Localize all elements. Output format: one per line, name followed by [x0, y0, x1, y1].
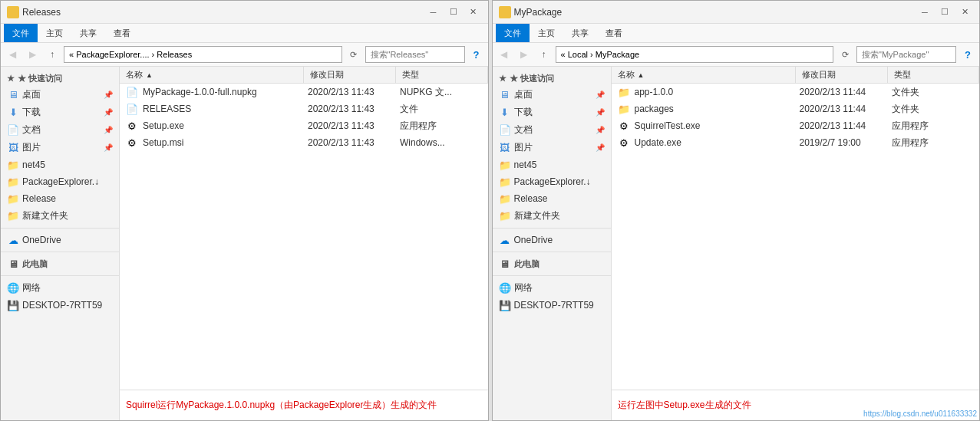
left-file-item-releases[interactable]: 📄 RELEASES 2020/2/13 11:43 文件 [120, 100, 488, 117]
left-sidebar-desktop-label: 桌面 [22, 88, 41, 101]
right-sidebar-pkgexplorer[interactable]: 📁 PackageExplorer.↓ [493, 173, 611, 190]
right-up-button[interactable]: ↑ [536, 46, 553, 63]
right-sidebar-network-label: 网络 [514, 281, 533, 294]
left-forward-button[interactable]: ▶ [24, 46, 41, 63]
left-nupkg-name: MyPackage-1.0.0-full.nupkg [143, 87, 308, 97]
left-sidebar-pkgexplorer[interactable]: 📁 PackageExplorer.↓ [1, 173, 119, 190]
right-tab-share[interactable]: 共享 [563, 24, 597, 42]
right-col-date-header[interactable]: 修改日期 [796, 67, 888, 83]
left-minimize-button[interactable]: ─ [425, 5, 442, 19]
left-download-pin-icon: 📌 [104, 108, 113, 117]
left-file-item-setup-msi[interactable]: ⚙ Setup.msi 2020/2/13 11:43 Windows... [120, 134, 488, 151]
left-sidebar-newfolder-label: 新建文件夹 [22, 209, 68, 222]
left-desktop-icon: 🖥 [7, 89, 19, 101]
left-network-icon: 🌐 [7, 282, 19, 294]
right-sidebar-pkgexplorer-label: PackageExplorer.↓ [514, 176, 591, 187]
left-sidebar-pics[interactable]: 🖼 图片 📌 [1, 139, 119, 156]
right-sidebar-network[interactable]: 🌐 网络 [493, 279, 611, 297]
left-sidebar-docs[interactable]: 📄 文档 📌 [1, 121, 119, 139]
right-search-input[interactable] [856, 46, 956, 63]
left-col-type-header[interactable]: 类型 [396, 67, 488, 83]
right-sidebar-net45-label: net45 [514, 160, 537, 170]
right-tab-view[interactable]: 查看 [597, 24, 631, 42]
left-tab-view[interactable]: 查看 [105, 24, 139, 42]
right-squirrel-name: SquirrelTest.exe [635, 120, 800, 131]
left-col-date-header[interactable]: 修改日期 [304, 67, 396, 83]
left-sidebar-release[interactable]: 📁 Release [1, 190, 119, 207]
right-sidebar-pics[interactable]: 🖼 图片 📌 [493, 139, 611, 156]
left-onedrive-icon: ☁ [7, 234, 19, 246]
left-sidebar-newfolder[interactable]: 📁 新建文件夹 [1, 207, 119, 225]
left-sidebar-desktop-drive[interactable]: 💾 DESKTOP-7RTT59 [1, 297, 119, 314]
left-file-item-setup-exe[interactable]: ⚙ Setup.exe 2020/2/13 11:43 应用程序 [120, 117, 488, 134]
right-minimize-button[interactable]: ─ [916, 5, 933, 19]
left-sidebar-net45[interactable]: 📁 net45 [1, 156, 119, 173]
right-forward-button[interactable]: ▶ [516, 46, 533, 63]
right-divider2 [493, 252, 611, 252]
right-file-list: 📁 app-1.0.0 2020/2/13 11:44 文件夹 📁 packag… [612, 84, 980, 390]
right-refresh-button[interactable]: ⟳ [836, 46, 853, 63]
left-up-button[interactable]: ↑ [44, 46, 61, 63]
left-setup-exe-icon: ⚙ [126, 120, 138, 132]
right-sidebar-newfolder[interactable]: 📁 新建文件夹 [493, 207, 611, 225]
right-sidebar-thispc[interactable]: 🖥 此电脑 [493, 255, 611, 272]
right-file-item-app100[interactable]: 📁 app-1.0.0 2020/2/13 11:44 文件夹 [612, 84, 980, 100]
right-sidebar-onedrive-label: OneDrive [514, 235, 553, 245]
left-sidebar: ★ ★ 快速访问 🖥 桌面 📌 ⬇ 下载 📌 📄 文档 📌 🖼 图片 [1, 67, 120, 420]
right-file-item-update[interactable]: ⚙ Update.exe 2019/2/7 19:00 应用程序 [612, 134, 980, 151]
left-divider3 [1, 275, 119, 276]
right-close-button[interactable]: ✕ [956, 5, 973, 19]
left-back-button[interactable]: ◀ [4, 46, 21, 63]
left-tab-file[interactable]: 文件 [4, 24, 38, 42]
right-sidebar-docs[interactable]: 📄 文档 📌 [493, 121, 611, 139]
right-maximize-button[interactable]: ☐ [936, 5, 953, 19]
left-ribbon: 文件 主页 共享 查看 ◀ ▶ ↑ ⟳ ? [1, 24, 488, 67]
right-sidebar-release[interactable]: 📁 Release [493, 190, 611, 207]
right-back-button[interactable]: ◀ [496, 46, 513, 63]
left-file-item-nupkg[interactable]: 📄 MyPackage-1.0.0-full.nupkg 2020/2/13 1… [120, 84, 488, 100]
left-refresh-button[interactable]: ⟳ [345, 46, 362, 63]
right-tab-home[interactable]: 主页 [530, 24, 563, 42]
left-content-area: ★ ★ 快速访问 🖥 桌面 📌 ⬇ 下载 📌 📄 文档 📌 🖼 图片 [1, 67, 488, 420]
left-tab-home[interactable]: 主页 [38, 24, 71, 42]
left-col-name-header[interactable]: 名称 ▲ [120, 67, 304, 83]
left-search-input[interactable] [365, 46, 465, 63]
left-pkgexplorer-icon: 📁 [7, 176, 19, 188]
left-sidebar-onedrive[interactable]: ☁ OneDrive [1, 232, 119, 248]
right-address-input[interactable] [556, 46, 834, 63]
left-close-button[interactable]: ✕ [465, 5, 482, 19]
left-tab-share[interactable]: 共享 [71, 24, 105, 42]
left-sidebar-drive-label: DESKTOP-7RTT59 [22, 300, 102, 311]
right-download-icon: ⬇ [499, 107, 511, 119]
left-releases-date: 2020/2/13 11:43 [308, 104, 400, 114]
left-help-button[interactable]: ? [468, 46, 485, 63]
right-sidebar-net45[interactable]: 📁 net45 [493, 156, 611, 173]
left-releases-icon: 📄 [126, 103, 138, 115]
right-sidebar-desktop[interactable]: 🖥 桌面 📌 [493, 86, 611, 104]
right-app100-name: app-1.0.0 [635, 87, 800, 97]
left-maximize-button[interactable]: ☐ [445, 5, 462, 19]
right-docs-pin-icon: 📌 [596, 126, 605, 134]
right-col-name-header[interactable]: 名称 ▲ [612, 67, 796, 83]
right-col-type-header[interactable]: 类型 [888, 67, 980, 83]
left-sidebar-thispc[interactable]: 🖥 此电脑 [1, 255, 119, 272]
right-file-item-packages[interactable]: 📁 packages 2020/2/13 11:44 文件夹 [612, 100, 980, 117]
right-sidebar-desktop-drive[interactable]: 💾 DESKTOP-7RTT59 [493, 297, 611, 314]
right-sidebar-drive-label: DESKTOP-7RTT59 [514, 300, 594, 311]
left-setup-msi-date: 2020/2/13 11:43 [308, 137, 400, 148]
left-releases-name: RELEASES [143, 104, 308, 114]
right-sidebar-onedrive[interactable]: ☁ OneDrive [493, 232, 611, 248]
left-address-input[interactable] [64, 46, 342, 63]
left-quick-access-header[interactable]: ★ ★ 快速访问 [1, 70, 119, 86]
left-setup-msi-icon: ⚙ [126, 136, 138, 149]
right-help-button[interactable]: ? [959, 46, 976, 63]
left-sidebar-release-label: Release [22, 193, 56, 204]
right-file-item-squirrel[interactable]: ⚙ SquirrelTest.exe 2020/2/13 11:44 应用程序 [612, 117, 980, 134]
right-quick-access-header[interactable]: ★ ★ 快速访问 [493, 70, 611, 86]
right-sidebar-download[interactable]: ⬇ 下载 📌 [493, 104, 611, 121]
left-sidebar-desktop[interactable]: 🖥 桌面 📌 [1, 86, 119, 104]
left-file-list-area: 名称 ▲ 修改日期 类型 📄 MyPackage-1.0.0-full.nupk… [120, 67, 488, 420]
left-sidebar-network[interactable]: 🌐 网络 [1, 279, 119, 297]
left-sidebar-download[interactable]: ⬇ 下载 📌 [1, 104, 119, 121]
right-tab-file[interactable]: 文件 [496, 24, 530, 42]
